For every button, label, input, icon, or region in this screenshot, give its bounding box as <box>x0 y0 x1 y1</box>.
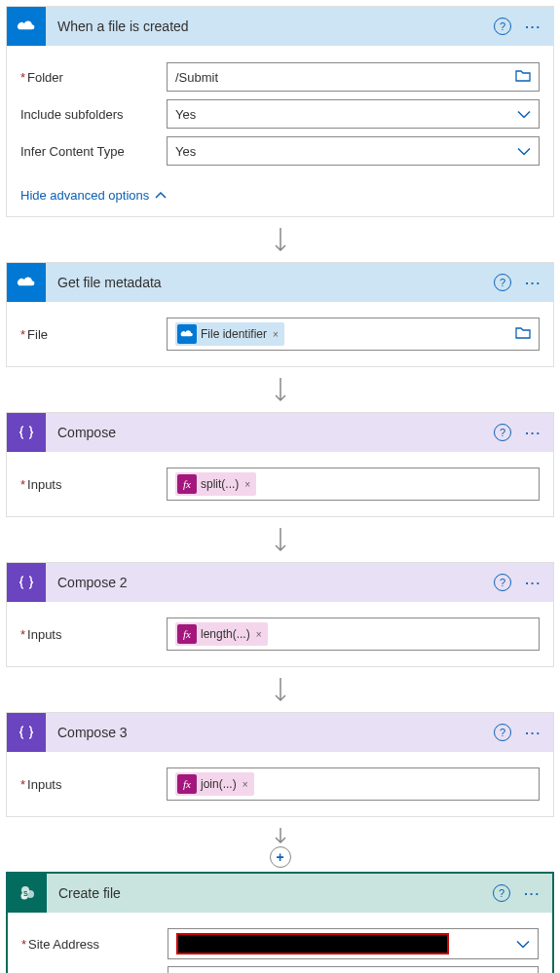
label-content-type: Infer Content Type <box>20 144 167 159</box>
dropdown-site-address[interactable] <box>168 928 539 959</box>
remove-token-icon[interactable]: × <box>243 779 248 790</box>
input-inputs[interactable]: fxsplit(...)× <box>167 468 540 501</box>
help-icon[interactable]: ? <box>494 574 511 591</box>
onedrive-icon <box>7 7 46 46</box>
card-create-file: S Create file ?··· *Site Address *Folder… <box>6 872 554 973</box>
fx-icon: fx <box>177 474 197 494</box>
more-icon[interactable]: ··· <box>525 19 541 34</box>
add-step-button[interactable]: + <box>0 846 560 868</box>
remove-token-icon[interactable]: × <box>256 629 262 640</box>
flow-arrow <box>0 373 560 406</box>
flow-arrow <box>0 523 560 556</box>
label-inputs: *Inputs <box>20 777 167 792</box>
input-file[interactable]: File identifier× <box>167 318 540 351</box>
chevron-up-icon <box>155 192 167 199</box>
card-get-metadata: Get file metadata ?··· *File File identi… <box>6 262 554 367</box>
fx-icon: fx <box>177 624 197 644</box>
card-trigger: When a file is created ? ··· *Folder /Su… <box>6 6 554 217</box>
label-inputs: *Inputs <box>20 477 167 492</box>
label-folder: *Folder <box>20 70 167 85</box>
more-icon[interactable]: ··· <box>525 276 541 290</box>
card-header[interactable]: Compose ?··· <box>7 413 553 452</box>
help-icon[interactable]: ? <box>493 884 510 902</box>
label-site-address: *Site Address <box>21 937 168 952</box>
dropdown-content-type[interactable]: Yes <box>167 136 540 166</box>
input-folder[interactable]: /Submit <box>167 62 540 92</box>
help-icon[interactable]: ? <box>494 274 511 291</box>
folder-picker-icon[interactable] <box>515 69 531 85</box>
flow-arrow <box>0 823 560 848</box>
sharepoint-icon: S <box>8 874 47 913</box>
chevron-down-icon <box>517 144 531 159</box>
token-expression[interactable]: fxsplit(...)× <box>175 472 256 496</box>
compose-icon <box>7 713 46 752</box>
token-expression[interactable]: fxlength(...)× <box>175 622 268 646</box>
card-header[interactable]: Compose 3 ?··· <box>7 713 553 752</box>
help-icon[interactable]: ? <box>494 424 511 441</box>
onedrive-icon <box>177 324 197 344</box>
input-inputs[interactable]: fxjoin(...)× <box>167 767 540 801</box>
svg-text:S: S <box>23 890 28 897</box>
card-compose-1: Compose ?··· *Inputs fxsplit(...)× <box>6 412 554 517</box>
more-icon[interactable]: ··· <box>525 726 541 740</box>
card-header[interactable]: Compose 2 ?··· <box>7 563 553 602</box>
help-icon[interactable]: ? <box>494 724 511 741</box>
dropdown-subfolders[interactable]: Yes <box>167 99 540 129</box>
input-inputs[interactable]: fxlength(...)× <box>167 617 540 651</box>
flow-arrow <box>0 673 560 706</box>
remove-token-icon[interactable]: × <box>273 329 279 340</box>
redacted-value <box>176 933 449 954</box>
chevron-down-icon <box>517 107 531 122</box>
label-inputs: *Inputs <box>20 627 167 642</box>
help-icon[interactable]: ? <box>494 18 511 35</box>
card-title: Compose 2 <box>46 575 494 590</box>
more-icon[interactable]: ··· <box>525 576 541 590</box>
token-file-identifier[interactable]: File identifier× <box>175 322 284 346</box>
card-header[interactable]: Get file metadata ?··· <box>7 263 553 302</box>
card-compose-3: Compose 3 ?··· *Inputs fxjoin(...)× <box>6 712 554 817</box>
card-header[interactable]: When a file is created ? ··· <box>7 7 553 46</box>
label-file: *File <box>20 327 167 342</box>
folder-picker-icon[interactable] <box>515 326 531 342</box>
card-title: Compose 3 <box>46 725 494 740</box>
more-icon[interactable]: ··· <box>524 886 541 901</box>
toggle-advanced[interactable]: Hide advanced options <box>7 182 553 216</box>
input-folder-path[interactable]: /Shared Documents/esaunders-TEST <box>168 966 539 973</box>
card-compose-2: Compose 2 ?··· *Inputs fxlength(...)× <box>6 562 554 667</box>
flow-arrow <box>0 223 560 256</box>
card-title: Get file metadata <box>46 275 494 290</box>
card-header[interactable]: S Create file ?··· <box>8 874 552 913</box>
fx-icon: fx <box>177 774 197 794</box>
remove-token-icon[interactable]: × <box>244 479 250 490</box>
card-title: Create file <box>47 885 493 901</box>
card-title: When a file is created <box>46 19 494 34</box>
compose-icon <box>7 563 46 602</box>
onedrive-icon <box>7 263 46 302</box>
label-subfolders: Include subfolders <box>20 107 167 122</box>
more-icon[interactable]: ··· <box>525 426 541 440</box>
compose-icon <box>7 413 46 452</box>
chevron-down-icon <box>516 937 530 952</box>
token-expression[interactable]: fxjoin(...)× <box>175 772 254 796</box>
card-title: Compose <box>46 425 494 440</box>
